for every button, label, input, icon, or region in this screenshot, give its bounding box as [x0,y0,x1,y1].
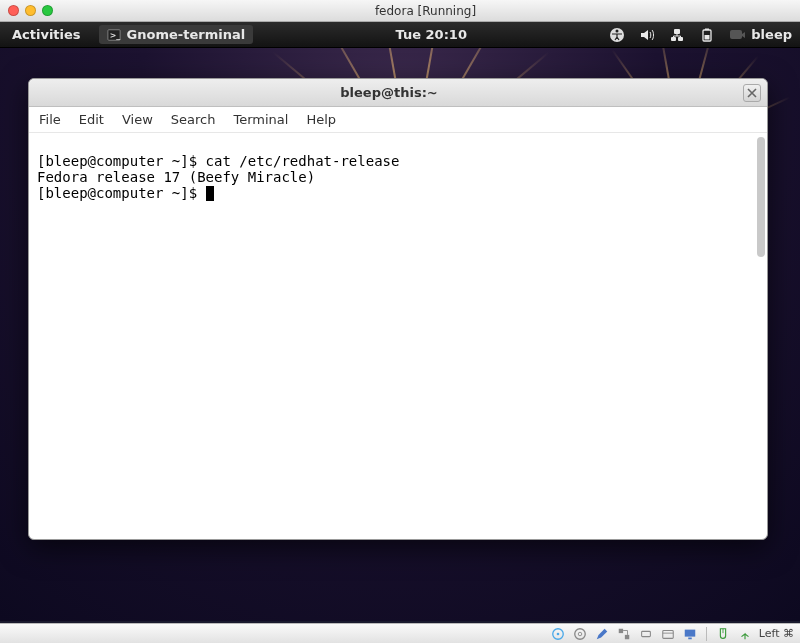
terminal-line: Fedora release 17 (Beefy Miracle) [37,169,315,185]
terminal-menubar: File Edit View Search Terminal Help [29,107,767,133]
terminal-titlebar[interactable]: bleep@this:~ [29,79,767,107]
host-key-label: Left ⌘ [759,627,794,640]
zoom-icon[interactable] [42,5,53,16]
vb-mouse-icon[interactable] [715,626,731,642]
terminal-close-button[interactable] [743,84,761,102]
svg-point-12 [556,632,559,635]
svg-point-3 [616,29,619,32]
vb-usb-icon[interactable] [638,626,654,642]
menu-edit[interactable]: Edit [79,112,104,127]
svg-rect-17 [641,631,650,636]
vb-hdd-icon[interactable] [550,626,566,642]
close-icon [747,88,757,98]
battery-icon[interactable] [699,27,715,43]
network-icon[interactable] [669,27,685,43]
menu-file[interactable]: File [39,112,61,127]
svg-rect-16 [625,634,629,638]
activities-button[interactable]: Activities [8,25,85,44]
svg-rect-19 [685,629,696,636]
menu-help[interactable]: Help [306,112,336,127]
app-name-label: Gnome-terminal [127,27,246,42]
menu-search[interactable]: Search [171,112,216,127]
gnome-top-bar: Activities >_ Gnome-terminal Tue 20:10 b… [0,22,800,48]
host-titlebar: fedora [Running] [0,0,800,22]
terminal-line: [bleep@computer ~]$ cat /etc/redhat-rele… [37,153,399,169]
terminal-window: bleep@this:~ File Edit View Search Termi… [28,78,768,540]
minimize-icon[interactable] [25,5,36,16]
vb-pen-icon[interactable] [594,626,610,642]
system-tray: bleep [609,27,792,43]
volume-icon[interactable] [639,27,655,43]
vb-display-icon[interactable] [682,626,698,642]
svg-rect-10 [730,30,742,39]
vb-keyboard-icon[interactable] [737,626,753,642]
user-name-label: bleep [751,27,792,42]
cursor-icon [206,186,214,201]
vb-network-icon[interactable] [616,626,632,642]
svg-rect-6 [678,37,683,41]
scrollbar-thumb[interactable] [757,137,765,257]
vb-cd-icon[interactable] [572,626,588,642]
svg-rect-15 [619,628,623,632]
current-app-indicator[interactable]: >_ Gnome-terminal [99,25,254,44]
close-icon[interactable] [8,5,19,16]
terminal-title: bleep@this:~ [35,85,743,100]
host-window-title: fedora [Running] [59,4,792,18]
svg-rect-9 [705,35,710,40]
svg-point-13 [575,628,586,639]
svg-rect-4 [674,29,680,34]
desktop-wallpaper: bleep@this:~ File Edit View Search Termi… [0,48,800,621]
menu-view[interactable]: View [122,112,153,127]
window-controls [8,5,53,16]
terminal-prompt: [bleep@computer ~]$ [37,185,206,201]
accessibility-icon[interactable] [609,27,625,43]
terminal-icon: >_ [107,28,121,42]
vb-shared-icon[interactable] [660,626,676,642]
svg-text:>_: >_ [109,30,120,39]
user-menu[interactable]: bleep [729,27,792,43]
svg-rect-18 [663,630,674,638]
svg-rect-8 [705,28,709,30]
terminal-body[interactable]: [bleep@computer ~]$ cat /etc/redhat-rele… [29,133,767,539]
svg-point-14 [578,632,582,636]
user-status-icon [729,27,745,43]
menu-terminal[interactable]: Terminal [233,112,288,127]
svg-rect-5 [671,37,676,41]
clock-label[interactable]: Tue 20:10 [396,27,467,42]
host-status-bar: Left ⌘ [0,623,800,643]
scrollbar[interactable] [757,137,765,535]
svg-rect-20 [688,637,692,639]
host-key-indicator[interactable]: Left ⌘ [759,627,794,640]
